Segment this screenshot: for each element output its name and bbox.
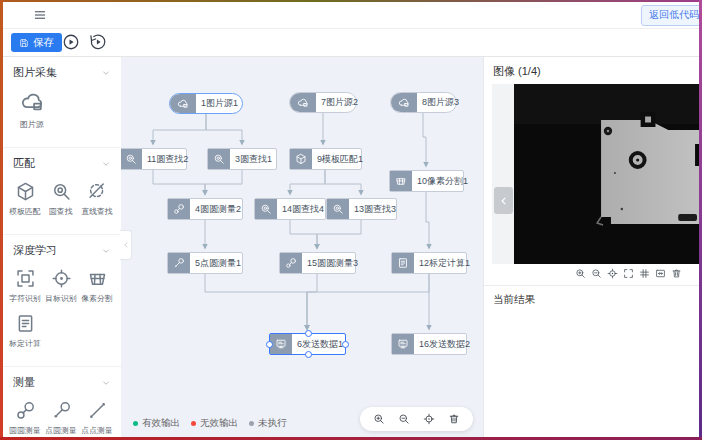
zoom-out-icon[interactable] [398,413,410,425]
flow-canvas[interactable]: 1图片源17图片源28图片源311圆查找23圆查找19模板匹配110像素分割14… [121,57,484,437]
chevron-down-icon [101,378,111,388]
flow-node-15[interactable]: 15圆圆测量3 [279,252,356,274]
sidebar-tool-line-find[interactable]: 直线查找 [79,181,115,218]
flow-node-label: 5点圆测量1 [190,257,246,270]
image-source-icon [20,90,45,115]
node-connection-handle[interactable] [305,351,312,358]
image-toolbar [574,267,683,280]
sidebar-collapse-handle[interactable] [120,230,132,260]
sidebar-tool-calib-calc[interactable]: 标定计算 [7,313,43,350]
flow-edge [307,274,317,329]
flow-node-8[interactable]: 8图片源3 [390,92,457,113]
measure-pc-icon [168,253,190,273]
flow-node-11[interactable]: 11圆查找2 [121,148,187,170]
sidebar-category: 匹配模板匹配圆查找直线查找 [3,148,121,235]
flow-edge [290,170,325,194]
sidebar-tool-label: 点圆测量 [45,425,76,436]
sidebar-tool-target[interactable]: 目标识别 [43,268,79,305]
flow-node-10[interactable]: 10像素分割1 [389,170,464,192]
node-connection-handle[interactable] [266,341,273,348]
flow-edge [307,274,429,329]
flow-node-6[interactable]: 6发送数据1 [269,333,346,355]
previous-image-button[interactable] [494,187,513,214]
image-source-icon [290,93,316,112]
image-counter-title: 图像 (1/4) [493,64,541,79]
run-continuous-button[interactable] [89,33,107,51]
pixel-seg-icon [390,171,412,191]
flow-node-9[interactable]: 9模板匹配1 [289,148,362,170]
circle-find-icon [121,149,142,169]
sidebar-tool-label: 直线查找 [81,206,112,217]
locate-icon[interactable] [423,413,435,425]
calib-calc-icon [15,313,36,334]
sidebar-category-header[interactable]: 图片采集 [3,63,121,82]
sidebar-tool-ocr[interactable]: 字符识别 [7,268,43,305]
output-legend: 有效输出无效输出未执行 [133,417,287,430]
flow-node-label: 8图片源3 [417,96,464,109]
camera-image[interactable] [514,84,699,264]
zoom-in-icon[interactable] [574,267,587,280]
sidebar-category-header[interactable]: 深度学习 [3,241,121,260]
save-button[interactable]: 保存 [11,33,62,52]
save-button-label: 保存 [33,36,54,50]
flow-node-label: 11圆查找2 [142,153,193,166]
line-find-icon [87,181,108,202]
sidebar-category-label: 匹配 [13,156,35,171]
zoom-out-icon[interactable] [590,267,603,280]
flow-node-7[interactable]: 7图片源2 [289,92,357,113]
sidebar-category: 图片采集图片源 [3,57,121,148]
flow-node-label: 9模板匹配1 [312,153,368,166]
flow-node-16[interactable]: 16发送数据2 [391,333,467,355]
sidebar-tool-circle-find[interactable]: 圆查找 [43,181,79,218]
grid-icon[interactable] [638,267,651,280]
locate-icon[interactable] [606,267,619,280]
panel-divider [484,285,699,286]
flow-node-label: 7图片源2 [316,96,363,109]
fit-icon[interactable] [654,267,667,280]
image-source-icon [391,93,417,112]
fullscreen-icon[interactable] [622,267,635,280]
flow-node-4[interactable]: 4圆圆测量2 [167,198,243,220]
calib-calc-icon [392,253,414,273]
screen-border-top [0,0,702,2]
run-once-button[interactable] [62,33,80,51]
sidebar-tool-measure-pp[interactable]: 点点测量 [79,400,115,437]
zoom-in-icon[interactable] [373,413,385,425]
sidebar-tool-measure-pc[interactable]: 点圆测量 [43,400,79,437]
flow-node-5[interactable]: 5点圆测量1 [167,252,243,274]
sidebar-tool-template-match[interactable]: 模板匹配 [7,181,43,218]
node-connection-handle[interactable] [305,330,312,337]
flow-node-12[interactable]: 12标定计算1 [391,252,467,274]
sidebar-tool-label: 目标识别 [45,293,76,304]
flow-edge [205,170,242,194]
sidebar-tool-label: 图片源 [20,119,43,130]
sidebar-category-header[interactable]: 匹配 [3,154,121,173]
flow-edge [205,274,307,329]
sidebar-tool-label: 标定计算 [9,338,40,349]
back-to-lowcode-button[interactable]: 返回低代码 [641,5,699,26]
delete-icon[interactable] [448,413,460,425]
sidebar-tool-label: 字符识别 [9,293,40,304]
target-icon [51,268,72,289]
flow-node-13[interactable]: 13圆查找3 [326,198,397,220]
flow-node-3[interactable]: 3圆查找1 [207,148,277,170]
send-data-icon [270,334,292,354]
flow-node-14[interactable]: 14圆查找4 [254,198,326,220]
flow-node-label: 13圆查找3 [349,203,401,216]
tool-sidebar: 图片采集图片源匹配模板匹配圆查找直线查找深度学习字符识别目标识别像素分割标定计算… [3,57,122,437]
pixel-seg-icon [87,268,108,289]
sidebar-tool-pixel-seg[interactable]: 像素分割 [79,268,115,305]
circle-find-icon [255,199,277,219]
flow-node-label: 16发送数据2 [414,338,475,351]
sidebar-tool-image-source[interactable]: 图片源 [9,90,55,131]
template-match-icon [290,149,312,169]
sidebar-tool-measure-cc[interactable]: 圆圆测量 [7,400,43,437]
sidebar-category-header[interactable]: 测量 [3,373,121,392]
node-connection-handle[interactable] [342,341,349,348]
delete-icon[interactable] [670,267,683,280]
flow-node-1[interactable]: 1图片源1 [169,93,243,114]
measure-cc-icon [280,253,302,273]
sidebar-tool-label: 模板匹配 [9,206,40,217]
hamburger-menu-icon[interactable] [33,8,47,22]
legend-dot [133,421,138,426]
